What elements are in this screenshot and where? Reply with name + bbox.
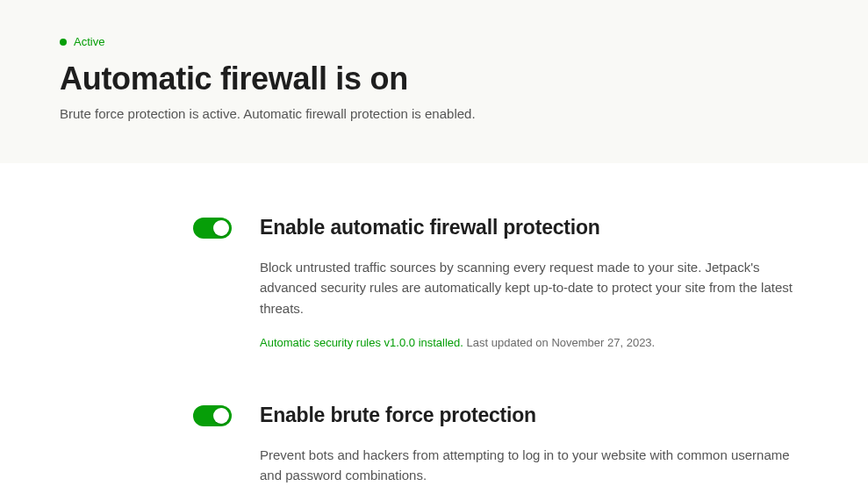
settings-section: Enable automatic firewall protection Blo… xyxy=(0,163,868,486)
setting-bruteforce-body: Enable brute force protection Prevent bo… xyxy=(260,404,804,486)
setting-firewall-meta: Automatic security rules v1.0.0 installe… xyxy=(260,336,804,349)
setting-firewall-meta-highlight: Automatic security rules v1.0.0 installe… xyxy=(260,336,463,349)
setting-bruteforce-description: Prevent bots and hackers from attempting… xyxy=(260,445,804,486)
toggle-knob-icon xyxy=(213,220,229,236)
setting-firewall-meta-rest: Last updated on November 27, 2023. xyxy=(463,336,655,349)
setting-firewall-description: Block untrusted traffic sources by scann… xyxy=(260,257,804,318)
toggle-knob-icon xyxy=(213,408,229,424)
status-dot-icon xyxy=(60,39,67,46)
setting-firewall-title: Enable automatic firewall protection xyxy=(260,216,804,239)
toggle-firewall[interactable] xyxy=(193,218,232,239)
setting-bruteforce: Enable brute force protection Prevent bo… xyxy=(60,404,808,486)
header-section: Active Automatic firewall is on Brute fo… xyxy=(0,0,868,163)
setting-bruteforce-title: Enable brute force protection xyxy=(260,404,804,427)
page-subtitle: Brute force protection is active. Automa… xyxy=(60,106,808,121)
setting-firewall: Enable automatic firewall protection Blo… xyxy=(60,216,808,349)
setting-firewall-body: Enable automatic firewall protection Blo… xyxy=(260,216,804,349)
page-title: Automatic firewall is on xyxy=(60,61,808,97)
status-label: Active xyxy=(74,35,104,48)
toggle-bruteforce[interactable] xyxy=(193,405,232,426)
status-row: Active xyxy=(60,35,808,48)
